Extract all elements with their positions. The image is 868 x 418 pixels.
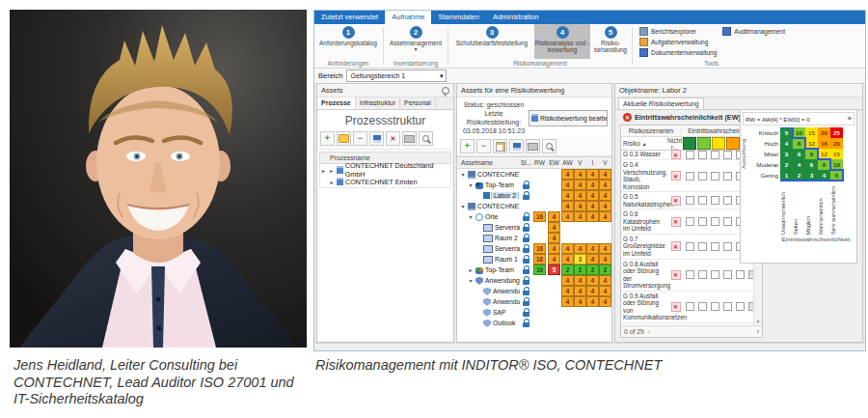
asset-row-anwendungen[interactable]: ▾Anwendungen4444 xyxy=(457,275,611,286)
expander-icon[interactable]: ▾ xyxy=(460,203,466,209)
delete-button[interactable]: ✕ xyxy=(386,131,400,146)
probability-checkbox[interactable] xyxy=(723,302,732,311)
probability-checkbox[interactable] xyxy=(698,217,707,226)
expander-icon[interactable]: ▾ xyxy=(468,213,474,220)
scenario-row-g-0-5-na[interactable]: G 0.5 Naturkatastrophen✕ xyxy=(621,192,754,209)
probability-checkbox[interactable] xyxy=(686,302,694,311)
expand-matrix-icon[interactable]: » xyxy=(848,115,852,123)
probability-checkbox[interactable] xyxy=(711,151,719,159)
ribbon-step-schutzbedarfsfeststellung[interactable]: 3Schutzbedarfsfeststellung xyxy=(449,24,534,59)
probability-checkbox[interactable] xyxy=(698,270,707,279)
ribbon-step-assetmanagement[interactable]: 2Assetmanagement▾ xyxy=(385,24,447,59)
scenario-row-g-0-6-ka[interactable]: G 0.6 Katastrophen im Umfeld✕ xyxy=(621,209,754,235)
assets-tab-personal[interactable]: Personal xyxy=(400,98,436,109)
probability-checkbox[interactable] xyxy=(698,196,707,205)
not-relevant-marker[interactable]: ✕ xyxy=(671,196,681,206)
asset-row-anwendu[interactable]: Anwendu...4444 xyxy=(457,296,611,307)
probability-checkbox[interactable] xyxy=(698,151,707,159)
probability-checkbox[interactable] xyxy=(686,151,694,159)
tool-auditmanagement[interactable]: Auditmanagement xyxy=(722,27,785,36)
expander-icon[interactable]: ▸ xyxy=(329,179,335,185)
probability-checkbox[interactable] xyxy=(698,302,707,311)
not-relevant-marker[interactable]: ✕ xyxy=(671,302,681,312)
tab-stammdaten[interactable]: Stammdaten xyxy=(431,11,486,24)
probability-checkbox[interactable] xyxy=(711,217,719,226)
not-relevant-marker[interactable]: ✕ xyxy=(671,241,681,251)
probability-checkbox[interactable] xyxy=(736,302,745,311)
asset-row-serverrau[interactable]: Serverrau...1644444 xyxy=(457,243,611,254)
scenario-row-g-0-7-gr[interactable]: G 0.7 Großereignisse im Umfeld✕ xyxy=(621,235,754,260)
probability-checkbox[interactable] xyxy=(686,196,694,205)
scenario-row-g-0-8-au[interactable]: G 0.8 Ausfall oder Störung der Stromvers… xyxy=(621,260,754,292)
page-next-icon[interactable]: › xyxy=(757,328,759,335)
add-button[interactable]: + xyxy=(460,139,475,153)
ribbon-step-risiko-behandlung[interactable]: 5Risiko- behandlung xyxy=(590,24,631,59)
page-prev-icon[interactable]: ‹ xyxy=(648,328,650,335)
probability-checkbox[interactable] xyxy=(686,172,694,181)
probability-checkbox[interactable] xyxy=(723,172,732,181)
not-relevant-marker[interactable]: ✕ xyxy=(671,171,681,181)
probability-checkbox[interactable] xyxy=(711,302,719,311)
not-relevant-marker[interactable]: ✕ xyxy=(671,217,681,227)
asset-row-labor-2[interactable]: Labor 24444 xyxy=(457,190,611,201)
scenario-row-g-0-4-ve[interactable]: G 0.4 Verschmutzung, Staub, Korrosion✕ xyxy=(621,160,754,192)
scroll-down-icon[interactable]: ▼ xyxy=(756,319,761,324)
not-relevant-marker[interactable]: ✕ xyxy=(671,270,681,280)
expander-icon[interactable]: ▾ xyxy=(468,181,474,188)
probability-checkbox[interactable] xyxy=(711,270,719,279)
asset-row-top-team[interactable]: ▸Top-Team1052222 xyxy=(457,265,611,275)
asset-row-orte[interactable]: ▾Orte1644444 xyxy=(457,211,611,222)
probability-checkbox[interactable] xyxy=(723,217,732,226)
edit-button[interactable] xyxy=(493,139,507,153)
edit-risk-assessment-button[interactable]: Risikobewertung bearbeiten xyxy=(529,110,608,126)
probability-checkbox[interactable] xyxy=(736,270,745,279)
process-tree-row[interactable]: ▸▸CONTECHNET Deutschland GmbH xyxy=(320,164,450,176)
scenario-row-g-0-3-wa[interactable]: G 0.3 Wasser✕ xyxy=(621,150,754,160)
search-button[interactable] xyxy=(419,131,433,146)
not-relevant-marker[interactable]: ✕ xyxy=(671,150,681,159)
probability-checkbox[interactable] xyxy=(723,242,732,251)
probability-checkbox[interactable] xyxy=(698,172,707,181)
scenario-row-g-0-9-au[interactable]: G 0.9 Ausfall oder Störung von Kommunika… xyxy=(621,292,754,323)
tab-current-risk-assessment[interactable]: Aktuelle Risikobewertung xyxy=(618,98,704,109)
assets-tab-prozesse[interactable]: Prozesse xyxy=(317,98,356,109)
search-button[interactable] xyxy=(542,139,556,153)
tool-aufgabenverwaltung[interactable]: Aufgabenverwaltung xyxy=(639,38,717,46)
remove-button[interactable]: − xyxy=(476,139,491,153)
probability-checkbox[interactable] xyxy=(686,270,694,279)
probability-checkbox[interactable] xyxy=(698,242,707,251)
asset-row-contechnet-d[interactable]: ▾CONTECHNET D...4444 xyxy=(457,201,611,211)
expander-icon[interactable]: ▸ xyxy=(329,167,335,174)
probability-checkbox[interactable] xyxy=(723,196,732,205)
ribbon-step-risikoanalyse-und-bewertung[interactable]: 4Risikoanalyse und -bewertung xyxy=(534,24,590,59)
probability-checkbox[interactable] xyxy=(686,242,694,251)
probability-checkbox[interactable] xyxy=(723,151,732,159)
new-folder-button[interactable] xyxy=(337,131,351,146)
asset-row-outlook[interactable]: Outlook xyxy=(457,318,611,328)
probability-checkbox[interactable] xyxy=(711,172,719,181)
asset-row-serverrau[interactable]: Serverrau...4 xyxy=(457,222,611,233)
print-button[interactable] xyxy=(526,139,540,153)
save-button[interactable] xyxy=(509,139,524,153)
print-button[interactable] xyxy=(402,131,417,146)
asset-row-contechnet-e[interactable]: ▾CONTECHNET E...4444 xyxy=(457,169,611,180)
probability-checkbox[interactable] xyxy=(711,242,719,251)
remove-button[interactable]: − xyxy=(353,131,367,146)
ribbon-step-anforderungskatalog[interactable]: 1Anforderungskatalog xyxy=(314,24,382,59)
probability-checkbox[interactable] xyxy=(686,217,694,226)
pin-icon[interactable] xyxy=(442,87,449,95)
add-button[interactable]: + xyxy=(320,131,335,146)
tab-zuletzt-verwendet[interactable]: Zuletzt verwendet xyxy=(314,11,385,24)
save-button[interactable] xyxy=(369,131,384,146)
assets-tab-infrastruktur[interactable]: Infrastruktur xyxy=(356,98,400,109)
tab-aufnahme[interactable]: Aufnahme xyxy=(385,11,431,24)
asset-row-top-team[interactable]: ▾Top-Team4444 xyxy=(457,180,611,190)
asset-row-sap[interactable]: SAP xyxy=(457,307,611,318)
scope-dropdown[interactable]: Geltungsbereich 1 ▾ xyxy=(346,70,447,82)
tool-berichtsexplorer[interactable]: Berichtsexplorer xyxy=(639,27,717,36)
probability-checkbox[interactable] xyxy=(711,196,719,205)
asset-row-anwendu[interactable]: Anwendu...4444 xyxy=(457,286,611,296)
probability-checkbox[interactable] xyxy=(723,270,732,279)
expander-icon[interactable]: ▾ xyxy=(460,171,466,178)
expander-icon[interactable]: ▾ xyxy=(468,277,474,284)
